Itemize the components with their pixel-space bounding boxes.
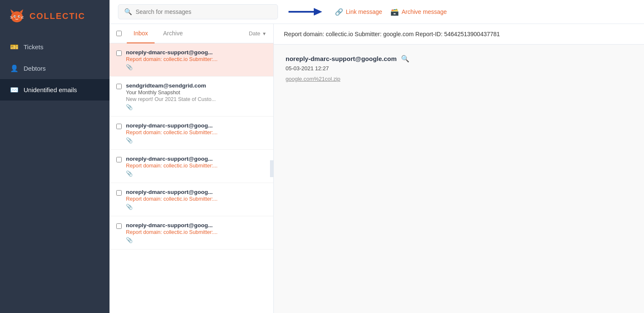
email-preview: Report domain: collectic.io Submitter:..…: [126, 130, 267, 135]
chevron-down-icon: ▼: [262, 31, 267, 36]
sort-date[interactable]: Date ▼: [249, 30, 267, 37]
email-preview-line1: Your Monthly Snapshot: [126, 90, 267, 95]
list-item[interactable]: noreply-dmarc-support@goog... Report dom…: [110, 43, 273, 77]
email-preview: Report domain: collectic.io Submitter:..…: [126, 163, 267, 169]
search-icon: 🔍: [124, 8, 132, 16]
email-body: noreply-dmarc-support@goog... Report dom…: [126, 49, 267, 70]
logo: COLLECTIC: [0, 0, 110, 32]
tab-archive[interactable]: Archive: [156, 24, 190, 43]
email-list-panel: Inbox Archive Date ▼ noreply-dmarc-suppo…: [110, 24, 274, 313]
svg-point-7: [19, 16, 19, 17]
paperclip-icon: 📎: [126, 237, 133, 243]
email-checkbox[interactable]: [116, 84, 122, 89]
collapse-panel-handle[interactable]: ‹: [270, 160, 274, 177]
sidebar-item-tickets-label: Tickets: [24, 43, 43, 50]
email-preview: Report domain: collectic.io Submitter:..…: [126, 229, 267, 235]
email-sender: noreply-dmarc-support@goog...: [126, 122, 267, 129]
email-preview-line2: New report! Our 2021 State of Custo...: [126, 96, 267, 102]
email-attachment-indicator: 📎: [126, 64, 267, 70]
sidebar-item-unidentified-emails-label: Unidentified emails: [24, 86, 77, 93]
email-sender: noreply-dmarc-support@goog...: [126, 222, 267, 228]
archive-message-label: Archive message: [401, 8, 446, 15]
tickets-icon: 🎫: [10, 43, 19, 51]
email-checkbox[interactable]: [116, 124, 122, 129]
sidebar-nav: 🎫 Tickets 👤 Debtors ✉️ Unidentified emai…: [0, 36, 110, 101]
list-item[interactable]: noreply-dmarc-support@goog... Report dom…: [110, 216, 273, 249]
email-body: noreply-dmarc-support@goog... Report dom…: [126, 156, 267, 177]
topbar: 🔍 🔗 Link message 🗃️ Archive message: [110, 0, 644, 24]
link-message-button[interactable]: 🔗 Link message: [335, 8, 382, 16]
email-detail-panel: Report domain: collectic.io Submitter: g…: [274, 24, 644, 313]
email-checkbox[interactable]: [116, 223, 122, 229]
detail-content: noreply-dmarc-support@google.com 🔍 05-03…: [274, 45, 644, 93]
paperclip-icon: 📎: [126, 204, 133, 210]
email-sender: sendgridteam@sendgrid.com: [126, 82, 267, 89]
email-attachment-indicator: 📎: [126, 104, 267, 110]
email-sender: noreply-dmarc-support@goog...: [126, 156, 267, 162]
debtors-icon: 👤: [10, 64, 19, 72]
email-checkbox[interactable]: [116, 157, 122, 162]
list-item[interactable]: noreply-dmarc-support@goog... Report dom…: [110, 183, 273, 216]
detail-date: 05-03-2021 12:27: [286, 65, 632, 72]
search-box[interactable]: 🔍: [118, 4, 278, 19]
sidebar-item-debtors-label: Debtors: [24, 65, 46, 72]
email-sender: noreply-dmarc-support@goog...: [126, 49, 267, 56]
main-content: 🔍 🔗 Link message 🗃️ Archive message: [110, 0, 644, 313]
tab-inbox[interactable]: Inbox: [127, 24, 155, 43]
paperclip-icon: 📎: [126, 64, 133, 70]
email-sender: noreply-dmarc-support@goog...: [126, 189, 267, 195]
email-body: noreply-dmarc-support@goog... Report dom…: [126, 189, 267, 210]
email-preview: Report domain: collectic.io Submitter:..…: [126, 56, 267, 62]
email-list: noreply-dmarc-support@goog... Report dom…: [110, 43, 273, 313]
arrow-svg: [289, 6, 322, 18]
detail-from-row: noreply-dmarc-support@google.com 🔍: [286, 55, 632, 63]
sidebar-item-tickets[interactable]: 🎫 Tickets: [0, 36, 110, 58]
search-email-icon[interactable]: 🔍: [401, 55, 409, 63]
list-item[interactable]: noreply-dmarc-support@goog... Report dom…: [110, 117, 273, 150]
email-body: noreply-dmarc-support@goog... Report dom…: [126, 222, 267, 243]
tabs-row: Inbox Archive Date ▼: [110, 24, 273, 43]
detail-header-text: Report domain: collectic.io Submitter: g…: [284, 31, 500, 37]
unidentified-emails-icon: ✉️: [10, 86, 19, 94]
select-all-checkbox[interactable]: [116, 31, 122, 36]
archive-icon: 🗃️: [390, 8, 399, 16]
email-body: sendgridteam@sendgrid.com Your Monthly S…: [126, 82, 267, 110]
email-preview: Report domain: collectic.io Submitter:..…: [126, 196, 267, 202]
sidebar-item-unidentified-emails[interactable]: ✉️ Unidentified emails: [0, 79, 110, 101]
email-body: noreply-dmarc-support@goog... Report dom…: [126, 122, 267, 143]
paperclip-icon: 📎: [126, 104, 133, 110]
body-layout: Inbox Archive Date ▼ noreply-dmarc-suppo…: [110, 24, 644, 313]
email-attachment-indicator: 📎: [126, 237, 267, 243]
logo-icon: [8, 8, 25, 24]
link-icon: 🔗: [335, 8, 343, 16]
logo-text: COLLECTIC: [29, 11, 85, 21]
sidebar: COLLECTIC 🎫 Tickets 👤 Debtors ✉️ Unident…: [0, 0, 110, 313]
svg-marker-13: [314, 8, 322, 16]
email-attachment-indicator: 📎: [126, 204, 267, 210]
link-message-label: Link message: [346, 8, 382, 15]
email-attachment-indicator: 📎: [126, 137, 267, 143]
paperclip-icon: 📎: [126, 137, 133, 143]
list-item[interactable]: sendgridteam@sendgrid.com Your Monthly S…: [110, 77, 273, 117]
detail-header: Report domain: collectic.io Submitter: g…: [274, 24, 644, 45]
detail-from: noreply-dmarc-support@google.com: [286, 55, 397, 62]
email-attachment-indicator: 📎: [126, 170, 267, 177]
svg-point-6: [14, 16, 15, 17]
detail-attachment-link[interactable]: google.com%21col.zip: [286, 76, 340, 82]
topbar-actions: 🔗 Link message 🗃️ Archive message: [335, 8, 447, 16]
arrow-indicator: [289, 6, 322, 18]
archive-message-button[interactable]: 🗃️ Archive message: [390, 8, 446, 16]
email-checkbox[interactable]: [116, 50, 122, 56]
search-input[interactable]: [136, 8, 272, 15]
email-checkbox[interactable]: [116, 190, 122, 196]
paperclip-icon: 📎: [126, 170, 133, 177]
sidebar-item-debtors[interactable]: 👤 Debtors: [0, 58, 110, 79]
list-item[interactable]: noreply-dmarc-support@goog... Report dom…: [110, 150, 273, 183]
